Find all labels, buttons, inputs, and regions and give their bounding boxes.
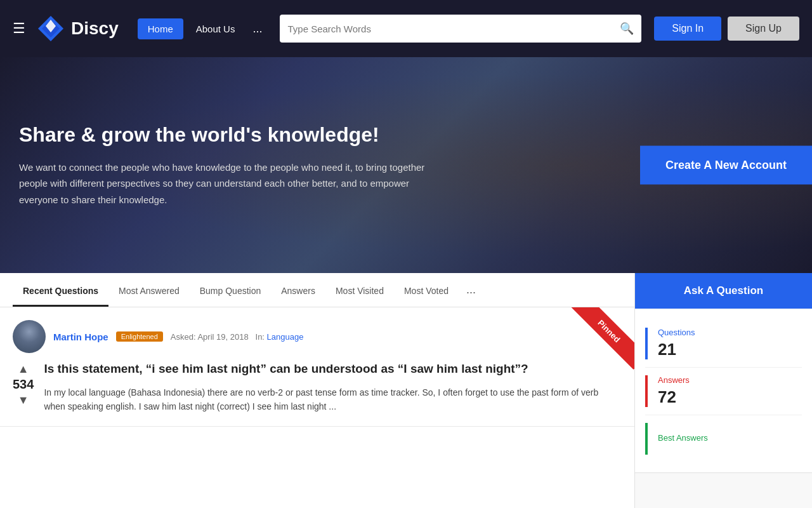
tab-most-answered[interactable]: Most Answered [108, 274, 190, 307]
tab-bump-question[interactable]: Bump Question [190, 274, 272, 307]
avatar [13, 320, 46, 353]
sidebar-stats: Questions 21 Answers 72 Best Answers [635, 310, 812, 473]
answers-value: 72 [658, 387, 676, 406]
author-name[interactable]: Martin Hope [53, 331, 108, 342]
question-item: Pinned Martin Hope Enlightened Asked: Ap… [0, 307, 634, 427]
nav-home[interactable]: Home [138, 18, 183, 39]
stat-border-best [645, 423, 648, 455]
vote-down-button[interactable]: ▼ [18, 394, 29, 406]
question-title[interactable]: Is this statement, “i see him last night… [13, 361, 622, 378]
hero-cta-area: Create A New Account [640, 146, 812, 185]
question-meta: Martin Hope Enlightened Asked: April 19,… [13, 320, 622, 353]
signup-button[interactable]: Sign Up [728, 17, 799, 41]
search-input[interactable] [287, 23, 620, 34]
vote-count: 534 [13, 377, 34, 392]
tabs-bar: Recent Questions Most Answered Bump Ques… [0, 273, 634, 307]
user-badge: Enlightened [116, 331, 163, 342]
logo-diamond-icon [37, 15, 65, 43]
main-nav: Home About Us ... [138, 18, 268, 39]
nav-more-icon[interactable]: ... [247, 20, 267, 38]
hero-content: Share & grow the world's knowledge! We w… [0, 123, 444, 208]
header: ☰ Discy Home About Us ... 🔍 Sign In Sign… [0, 0, 812, 57]
signin-button[interactable]: Sign In [654, 17, 721, 41]
hamburger-menu-icon[interactable]: ☰ [13, 20, 25, 37]
category-link[interactable]: Language [267, 332, 304, 342]
questions-label: Questions [658, 328, 695, 337]
in-label: In: [256, 332, 265, 342]
tab-most-voted[interactable]: Most Voted [394, 274, 459, 307]
logo[interactable]: Discy [37, 15, 119, 43]
search-bar: 🔍 [280, 15, 641, 43]
hero-title: Share & grow the world's knowledge! [19, 123, 425, 147]
sidebar: Ask A Question Questions 21 Answers 72 [634, 273, 812, 508]
tab-recent-questions[interactable]: Recent Questions [13, 274, 108, 307]
main-content: Recent Questions Most Answered Bump Ques… [0, 273, 812, 508]
question-text: In my local language (Bahasa Indonesia) … [44, 385, 622, 414]
hero-description: We want to connect the people who have k… [19, 159, 425, 208]
stat-answers: Answers 72 [645, 368, 802, 415]
asked-info: Asked: April 19, 2018 In: Language [171, 332, 304, 342]
vote-up-button[interactable]: ▲ [18, 363, 29, 375]
logo-text: Discy [71, 18, 119, 39]
stat-answers-info: Answers 72 [658, 375, 690, 407]
stat-questions: Questions 21 [645, 320, 802, 368]
vote-area: ▲ 534 ▼ [13, 363, 34, 406]
avatar-image [13, 320, 46, 353]
asked-date: April 19, 2018 [197, 332, 248, 342]
content-area: Recent Questions Most Answered Bump Ques… [0, 273, 634, 508]
search-icon[interactable]: 🔍 [620, 22, 634, 36]
stat-questions-info: Questions 21 [658, 328, 695, 359]
questions-value: 21 [658, 340, 676, 359]
ask-question-button[interactable]: Ask A Question [635, 273, 812, 309]
nav-about[interactable]: About Us [186, 18, 246, 39]
hero-section: Share & grow the world's knowledge! We w… [0, 57, 812, 273]
tab-answers[interactable]: Answers [271, 274, 325, 307]
asked-label: Asked: [171, 332, 196, 342]
best-answers-label: Best Answers [658, 433, 708, 443]
answers-label: Answers [658, 375, 690, 385]
stat-best-info: Best Answers [658, 433, 708, 445]
tabs-more-icon[interactable]: ... [461, 273, 481, 307]
stat-border-answers [645, 375, 648, 407]
tab-most-visited[interactable]: Most Visited [325, 274, 394, 307]
create-account-button[interactable]: Create A New Account [640, 146, 812, 185]
stat-best-answers: Best Answers [645, 415, 802, 462]
question-body-area: ▲ 534 ▼ Is this statement, “i see him la… [13, 361, 622, 413]
stat-border-questions [645, 328, 648, 359]
